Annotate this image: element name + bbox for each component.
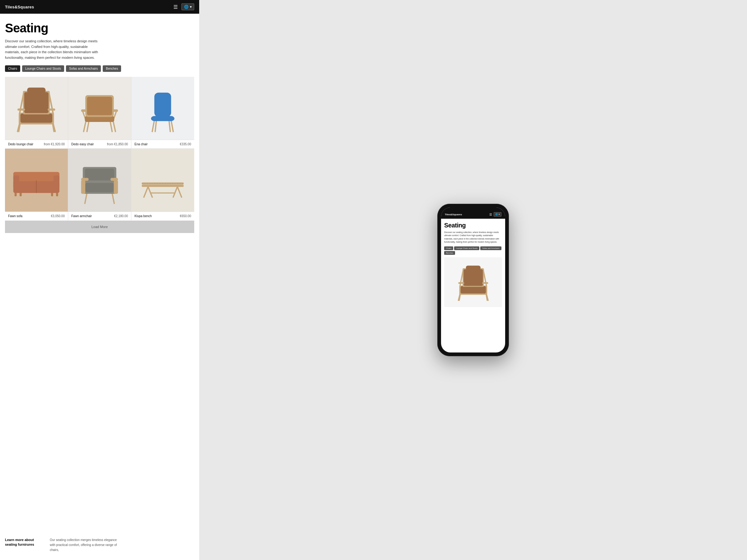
product-name: Fawn armchair [71, 214, 92, 218]
svg-rect-56 [142, 182, 184, 185]
phone-panel: Tiles&Squares ☰ 🌐 ▾ Seating Discover our… [199, 0, 747, 560]
phone-logo: Tiles&Squares [445, 213, 462, 216]
product-card-klupa-bench[interactable]: Klupa bench €650.00 [131, 149, 194, 220]
svg-rect-68 [463, 269, 483, 286]
phone-screen: Tiles&Squares ☰ 🌐 ▾ Seating Discover our… [441, 208, 505, 352]
filter-tab-chairs[interactable]: Chairs [5, 65, 20, 72]
phone-page-title: Seating [444, 222, 502, 229]
klupa-bench-illustration [137, 155, 188, 206]
svg-rect-39 [54, 175, 59, 189]
svg-line-14 [113, 120, 115, 131]
hamburger-icon[interactable]: ☰ [173, 4, 178, 10]
product-info-fawn-armchair: Fawn armchair €2,180.00 [68, 212, 131, 220]
product-info-dedo-easy: Dedo easy chair from €1,850.00 [68, 140, 131, 149]
svg-rect-69 [466, 265, 481, 270]
globe-icon: 🌐 [184, 5, 189, 9]
product-price: €650.00 [180, 214, 191, 218]
phone-tab-benches: Benches [444, 251, 455, 255]
fawn-armchair-illustration [74, 155, 125, 206]
product-name: Dedo lounge chair [8, 142, 33, 146]
svg-rect-57 [142, 185, 184, 187]
svg-rect-5 [21, 113, 52, 123]
svg-line-24 [152, 120, 154, 131]
product-image-fawn-sofa [5, 149, 68, 212]
header-right: ☰ 🌐 ▾ [173, 3, 194, 10]
product-card-fawn-armchair[interactable]: Fawn armchair €2,180.00 [68, 149, 131, 220]
product-image-dedo-lounge [5, 77, 68, 140]
svg-line-27 [169, 120, 170, 131]
svg-rect-48 [110, 178, 118, 181]
product-card-dedo-easy[interactable]: Dedo easy chair from €1,850.00 [68, 77, 131, 149]
svg-rect-44 [85, 183, 114, 192]
svg-line-13 [84, 120, 86, 131]
svg-rect-23 [87, 97, 112, 115]
product-image-ena [131, 77, 194, 140]
product-info-ena: Ena chair €335.00 [131, 140, 194, 149]
page-title: Seating [5, 21, 194, 35]
svg-rect-37 [14, 172, 59, 181]
phone-lang-chevron: ▾ [499, 213, 500, 216]
fawn-sofa-illustration [11, 155, 61, 206]
page-description: Discover our seating collection, where t… [5, 38, 98, 60]
site-header: Tiles&Squares ☰ 🌐 ▾ [0, 0, 199, 14]
footer-text: Our seating collection merges timeless e… [50, 538, 118, 553]
product-info-klupa-bench: Klupa bench €650.00 [131, 212, 194, 220]
phone-hamburger-icon: ☰ [489, 213, 492, 216]
phone-header-icons: ☰ 🌐 ▾ [489, 212, 501, 216]
product-grid: Dedo lounge chair from €1,920.00 [5, 77, 194, 220]
svg-line-53 [173, 187, 177, 197]
phone-tab-lounge: Lounge Chairs and Stools [454, 246, 479, 250]
svg-line-16 [110, 120, 112, 131]
product-name: Ena chair [134, 142, 148, 146]
phone-chair-illustration [450, 262, 496, 302]
product-price: €3,050.00 [51, 214, 65, 218]
product-image-fawn-armchair [68, 149, 131, 212]
product-price: from €1,850.00 [107, 142, 128, 146]
svg-line-42 [112, 193, 114, 204]
lang-chevron: ▾ [190, 5, 192, 9]
product-price: €335.00 [180, 142, 191, 146]
svg-rect-70 [458, 282, 464, 284]
phone-mockup: Tiles&Squares ☰ 🌐 ▾ Seating Discover our… [437, 204, 509, 356]
svg-line-25 [171, 120, 173, 131]
filter-tab-benches[interactable]: Benches [103, 65, 121, 72]
svg-rect-11 [18, 108, 25, 110]
svg-rect-47 [81, 178, 89, 181]
language-button[interactable]: 🌐 ▾ [181, 3, 194, 10]
phone-content: Seating Discover our seating collection,… [441, 219, 505, 352]
product-name: Klupa bench [134, 214, 152, 218]
svg-line-52 [148, 187, 152, 197]
svg-rect-64 [460, 286, 486, 293]
dedo-easy-chair-illustration [74, 83, 125, 134]
filter-tab-sofas[interactable]: Sofas and Armchairs [66, 65, 101, 72]
product-name: Dedo easy chair [71, 142, 94, 146]
site-logo: Tiles&Squares [5, 5, 34, 9]
phone-description: Discover our seating collection, where t… [444, 231, 502, 244]
svg-rect-38 [14, 175, 19, 189]
footer-text-container: Our seating collection merges timeless e… [50, 538, 118, 553]
product-card-fawn-sofa[interactable]: Fawn sofa €3,050.00 [5, 149, 68, 220]
svg-rect-31 [154, 92, 171, 117]
product-price: from €1,920.00 [44, 142, 65, 146]
svg-rect-46 [85, 169, 114, 181]
phone-globe-icon: 🌐 [495, 213, 498, 216]
phone-product-image [444, 257, 502, 307]
svg-rect-71 [482, 282, 488, 284]
product-image-dedo-easy [68, 77, 131, 140]
svg-line-41 [85, 193, 87, 204]
product-price: €2,180.00 [114, 214, 128, 218]
phone-notch [462, 210, 484, 217]
svg-line-15 [87, 120, 89, 131]
product-image-klupa-bench [131, 149, 194, 212]
site-main-content: Seating Discover our seating collection,… [0, 14, 199, 530]
svg-line-26 [155, 120, 157, 131]
website-panel: Tiles&Squares ☰ 🌐 ▾ Seating Discover our… [0, 0, 199, 560]
footer-heading-container: Learn more about seating furnirures [5, 538, 42, 553]
load-more-button[interactable]: Load More [5, 220, 194, 233]
product-card-ena[interactable]: Ena chair €335.00 [131, 77, 194, 149]
svg-rect-12 [48, 108, 55, 110]
filter-tab-lounge[interactable]: Lounge Chairs and Stools [22, 65, 64, 72]
product-card-dedo-lounge[interactable]: Dedo lounge chair from €1,920.00 [5, 77, 68, 149]
filter-tabs: Chairs Lounge Chairs and Stools Sofas an… [5, 65, 194, 72]
phone-tab-chairs: Chairs [444, 246, 453, 250]
